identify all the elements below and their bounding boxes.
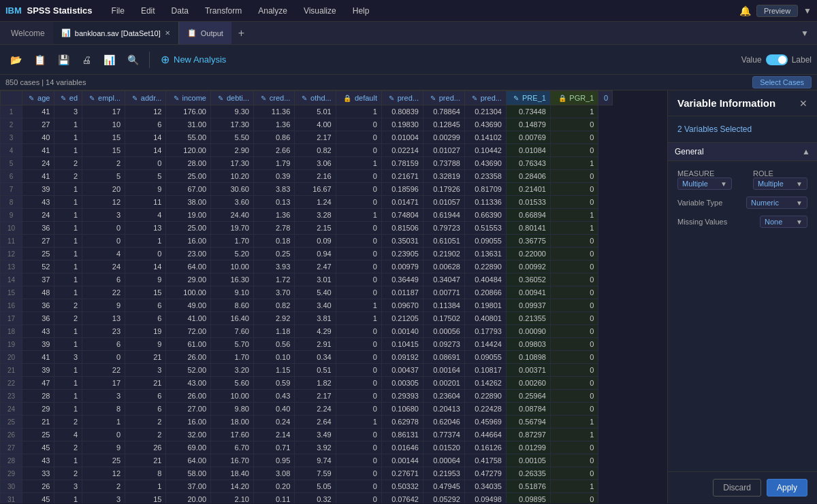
- cell-13[interactable]: 0.00090: [506, 325, 550, 338]
- cell-9[interactable]: 0: [336, 351, 381, 364]
- cell-5[interactable]: 69.00: [166, 441, 211, 454]
- cell-8[interactable]: 3.81: [295, 312, 336, 325]
- cell-6[interactable]: 9.10: [211, 286, 254, 299]
- menu-analyze[interactable]: Analyze: [255, 5, 290, 17]
- cell-7[interactable]: 0.13: [253, 196, 294, 209]
- cell-9[interactable]: 1: [336, 299, 381, 312]
- cell-2[interactable]: 4: [54, 429, 82, 441]
- cell-9[interactable]: 0: [336, 325, 381, 338]
- variable-type-select[interactable]: Numeric ▼: [746, 197, 807, 209]
- cell-1[interactable]: 41: [22, 170, 54, 183]
- cell-3[interactable]: 6: [82, 273, 125, 286]
- cell-4[interactable]: 9: [125, 273, 166, 286]
- toggle-switch[interactable]: [766, 54, 788, 65]
- cell-9[interactable]: 0: [336, 183, 381, 196]
- cell-9[interactable]: 0: [336, 377, 381, 390]
- tab-close-icon[interactable]: ✕: [165, 29, 170, 37]
- cell-14[interactable]: 1: [550, 105, 598, 118]
- cell-14[interactable]: 0: [550, 467, 598, 480]
- cell-5[interactable]: 26.00: [166, 390, 211, 403]
- cell-7[interactable]: 11.36: [253, 105, 294, 118]
- cell-8[interactable]: 2.17: [295, 390, 336, 403]
- cell-7[interactable]: 2.78: [253, 222, 294, 235]
- cell-9[interactable]: 1: [336, 312, 381, 325]
- cell-2[interactable]: 1: [54, 403, 82, 416]
- cell-2[interactable]: 2: [54, 299, 82, 312]
- cell-14[interactable]: 0: [550, 118, 598, 131]
- cell-12[interactable]: 0.14424: [464, 338, 506, 351]
- cell-2[interactable]: 1: [54, 248, 82, 261]
- cell-1[interactable]: 26: [22, 480, 54, 493]
- cell-12[interactable]: 0.09498: [464, 493, 506, 504]
- cell-12[interactable]: 0.47279: [464, 467, 506, 480]
- cell-12[interactable]: 0.22890: [464, 261, 506, 273]
- cell-12[interactable]: 0.14102: [464, 131, 506, 144]
- cell-10[interactable]: 0.74804: [381, 209, 423, 222]
- cell-7[interactable]: 2.66: [253, 144, 294, 157]
- cell-7[interactable]: 1.36: [253, 118, 294, 131]
- cell-7[interactable]: 1.79: [253, 157, 294, 170]
- cell-7[interactable]: 0.25: [253, 248, 294, 261]
- cell-12[interactable]: 0.17793: [464, 325, 506, 338]
- cell-6[interactable]: 16.70: [211, 454, 254, 467]
- cell-8[interactable]: 5.05: [295, 480, 336, 493]
- cell-5[interactable]: 38.00: [166, 196, 211, 209]
- cell-10[interactable]: 0.62978: [381, 416, 423, 429]
- cell-3[interactable]: 9: [82, 441, 125, 454]
- cell-7[interactable]: 0.43: [253, 390, 294, 403]
- cell-11[interactable]: 0.62046: [423, 416, 464, 429]
- cell-4[interactable]: 12: [125, 105, 166, 118]
- col-header-cred---[interactable]: ✎ cred...: [253, 91, 294, 105]
- cell-4[interactable]: 15: [125, 493, 166, 504]
- col-header-0[interactable]: 0: [598, 91, 613, 105]
- cell-14[interactable]: 1: [550, 222, 598, 235]
- cell-14[interactable]: 0: [550, 196, 598, 209]
- cell-11[interactable]: 0.77374: [423, 429, 464, 441]
- cell-2[interactable]: 1: [54, 377, 82, 390]
- cell-4[interactable]: 14: [125, 144, 166, 157]
- cell-11[interactable]: 0.20413: [423, 403, 464, 416]
- cell-6[interactable]: 14.20: [211, 480, 254, 493]
- cell-14[interactable]: 0: [550, 144, 598, 157]
- cell-10[interactable]: 0.80839: [381, 105, 423, 118]
- cell-6[interactable]: 3.60: [211, 196, 254, 209]
- cell-10[interactable]: 0.07642: [381, 493, 423, 504]
- cell-13[interactable]: 0.09937: [506, 299, 550, 312]
- cell-6[interactable]: 1.70: [211, 351, 254, 364]
- cell-14[interactable]: 0: [550, 183, 598, 196]
- tab-dataset[interactable]: 📊 bankloan.sav [DataSet10] ✕: [53, 22, 179, 44]
- cell-14[interactable]: 0: [550, 351, 598, 364]
- cell-11[interactable]: 0.61051: [423, 235, 464, 248]
- cell-11[interactable]: 0.00056: [423, 325, 464, 338]
- cell-4[interactable]: 21: [125, 454, 166, 467]
- cell-5[interactable]: 31.00: [166, 118, 211, 131]
- col-header-age[interactable]: ✎ age: [22, 91, 54, 105]
- cell-13[interactable]: 0.00260: [506, 377, 550, 390]
- cell-13[interactable]: 0.87297: [506, 429, 550, 441]
- cell-12[interactable]: 0.23358: [464, 170, 506, 183]
- cell-1[interactable]: 39: [22, 364, 54, 377]
- cell-12[interactable]: 0.11336: [464, 196, 506, 209]
- role-select[interactable]: Multiple ▼: [753, 178, 807, 190]
- cell-13[interactable]: 0.21355: [506, 312, 550, 325]
- cell-14[interactable]: 0: [550, 273, 598, 286]
- cell-12[interactable]: 0.40801: [464, 312, 506, 325]
- cell-4[interactable]: 5: [125, 170, 166, 183]
- cell-11[interactable]: 0.00164: [423, 364, 464, 377]
- cell-8[interactable]: 1.24: [295, 196, 336, 209]
- cell-8[interactable]: 0.09: [295, 235, 336, 248]
- cell-4[interactable]: 15: [125, 286, 166, 299]
- cell-1[interactable]: 36: [22, 222, 54, 235]
- cell-9[interactable]: 0: [336, 403, 381, 416]
- cell-10[interactable]: 0.81506: [381, 222, 423, 235]
- cell-13[interactable]: 0.09803: [506, 338, 550, 351]
- cell-6[interactable]: 2.90: [211, 144, 254, 157]
- cell-10[interactable]: 0.78159: [381, 157, 423, 170]
- cell-3[interactable]: 0: [82, 429, 125, 441]
- cell-2[interactable]: 1: [54, 273, 82, 286]
- cell-13[interactable]: 0.76343: [506, 157, 550, 170]
- cell-6[interactable]: 16.30: [211, 273, 254, 286]
- cell-12[interactable]: 0.20866: [464, 286, 506, 299]
- cell-2[interactable]: 1: [54, 235, 82, 248]
- cell-6[interactable]: 18.40: [211, 467, 254, 480]
